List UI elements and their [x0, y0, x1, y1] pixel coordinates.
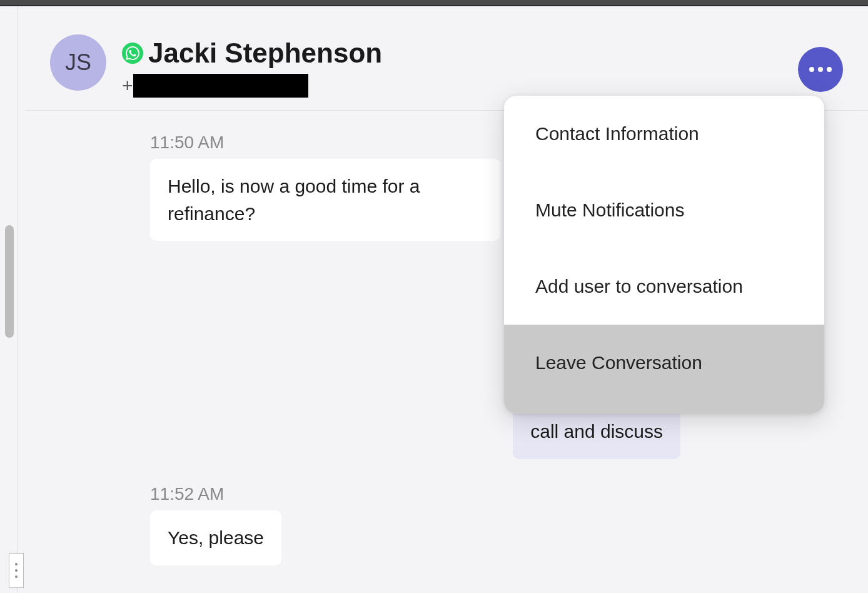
message-bubble-incoming[interactable]: Yes, please [150, 510, 281, 565]
phone-row: + [122, 74, 843, 98]
phone-number-redacted [133, 74, 308, 98]
menu-item-leave-conversation[interactable]: Leave Conversation [504, 325, 824, 413]
message-timestamp: 11:52 AM [150, 484, 843, 504]
menu-item-contact-info[interactable]: Contact Information [504, 96, 824, 172]
left-gutter [0, 6, 18, 593]
more-icon [809, 67, 832, 72]
whatsapp-icon [122, 43, 143, 64]
message-text: Hello, is now a good time for a refinanc… [168, 176, 420, 224]
more-options-button[interactable] [798, 47, 843, 92]
name-row: Jacki Stephenson [122, 38, 843, 69]
menu-item-label: Add user to conversation [535, 276, 743, 296]
phone-prefix: + [122, 75, 133, 96]
drag-handle[interactable] [9, 553, 24, 588]
window-top-bar [0, 0, 868, 6]
menu-item-label: Mute Notifications [535, 200, 684, 220]
scrollbar-handle[interactable] [5, 225, 14, 338]
avatar[interactable]: JS [50, 34, 106, 91]
header-info: Jacki Stephenson + [122, 34, 843, 98]
menu-item-add-user[interactable]: Add user to conversation [504, 248, 824, 325]
message-bubble-incoming[interactable]: Hello, is now a good time for a refinanc… [150, 159, 500, 241]
more-options-menu: Contact Information Mute Notifications A… [504, 96, 824, 413]
avatar-initials: JS [65, 49, 91, 76]
contact-name: Jacki Stephenson [148, 38, 382, 69]
menu-item-mute-notifications[interactable]: Mute Notifications [504, 172, 824, 248]
message-text: Yes, please [168, 527, 264, 548]
menu-item-label: Contact Information [535, 123, 699, 144]
menu-item-label: Leave Conversation [535, 352, 702, 373]
